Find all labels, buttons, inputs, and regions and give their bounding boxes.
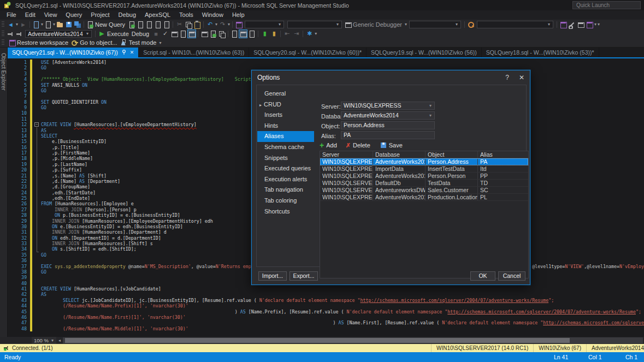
find-combo[interactable]: ▾ xyxy=(477,21,553,28)
line-number[interactable]: 20 xyxy=(8,167,28,173)
column-header[interactable]: Database xyxy=(373,151,426,158)
line-number[interactable]: 21 xyxy=(8,173,28,179)
line-number[interactable]: 39 xyxy=(8,275,28,280)
line-number[interactable]: 33 xyxy=(8,241,28,246)
options-category-tab-navigation[interactable]: Tab navigation xyxy=(257,185,314,195)
ok-button[interactable]: OK xyxy=(470,271,495,281)
go-to-object-icon[interactable] xyxy=(71,39,79,46)
mdx-query-icon[interactable] xyxy=(145,21,153,28)
line-number[interactable]: 23 xyxy=(8,184,28,189)
undo-dropdown-icon[interactable]: ▾ xyxy=(215,22,217,27)
line-number[interactable]: 28 xyxy=(8,212,28,218)
line-number[interactable]: 37 xyxy=(8,264,28,269)
export-button[interactable]: Export... xyxy=(289,271,318,281)
line-number[interactable]: 41 xyxy=(8,286,28,292)
dialog-help-icon[interactable]: ? xyxy=(505,74,509,81)
line-number[interactable]: 19 xyxy=(8,162,28,167)
undo-icon[interactable]: ↶ xyxy=(206,20,214,28)
document-tab[interactable]: SQLQuery18.sql - W...(WIN10\Zivko (53))* xyxy=(482,48,599,57)
line-number[interactable]: 34 xyxy=(8,246,28,252)
code-line[interactable]: USE [AdventureWorks2014] xyxy=(41,60,644,65)
execute-button[interactable]: Execute xyxy=(107,31,129,37)
table-row[interactable]: WIN10\SQLSERVER2017DefaultDbTestDataTD xyxy=(320,180,528,187)
menu-item-debug[interactable]: Debug xyxy=(114,10,140,20)
menu-item-apexsql[interactable]: ApexSQL xyxy=(140,10,175,20)
comment-icon[interactable]: ▮ xyxy=(261,29,269,38)
expand-icon[interactable]: ▸ xyxy=(259,103,262,108)
line-number[interactable]: 12 xyxy=(8,122,28,127)
increase-indent-icon[interactable]: ⇥ xyxy=(292,29,300,38)
line-number[interactable]: 13 xyxy=(8,128,28,133)
column-header[interactable]: Alias xyxy=(478,151,528,158)
line-number[interactable]: 7 xyxy=(8,93,28,99)
back-dropdown-icon[interactable]: ▾ xyxy=(16,22,18,27)
restore-workspace-icon[interactable] xyxy=(8,39,16,46)
line-number[interactable]: 22 xyxy=(8,179,28,184)
alias-field[interactable]: PA xyxy=(341,131,435,139)
horizontal-scrollbar[interactable] xyxy=(63,337,643,343)
menu-item-query[interactable]: Query xyxy=(61,10,86,20)
options-category-shortcuts[interactable]: Shortcuts xyxy=(257,206,314,217)
line-number[interactable]: 10 xyxy=(8,110,28,116)
live-stats-icon[interactable] xyxy=(209,30,217,38)
query-window-icon[interactable] xyxy=(235,21,243,28)
results-grid-icon[interactable] xyxy=(188,30,196,38)
code-line[interactable]: AS xyxy=(41,292,644,297)
quick-launch-input[interactable]: Quick Launch xyxy=(572,1,641,9)
results-pane-icon[interactable] xyxy=(239,30,247,38)
menu-item-view[interactable]: View xyxy=(40,10,62,20)
hscroll-left-icon[interactable]: ◂ xyxy=(58,338,61,343)
line-number[interactable]: 35 xyxy=(8,252,28,258)
menu-item-edit[interactable]: Edit xyxy=(21,10,40,20)
line-number[interactable]: 40 xyxy=(8,281,28,286)
toolbar-combo-3[interactable]: ▾ xyxy=(409,21,461,28)
options-category-inserts[interactable]: Inserts xyxy=(257,110,314,121)
toolbar-overflow-icon[interactable]: ▾ xyxy=(598,22,600,27)
database-combo[interactable]: AdventureWorks2014▾ xyxy=(341,111,435,120)
pin-icon[interactable] xyxy=(122,50,126,56)
line-number[interactable]: 38 xyxy=(8,269,28,275)
new-query-icon[interactable] xyxy=(86,21,94,28)
line-number[interactable]: 44 xyxy=(8,303,28,308)
options-category-crud[interactable]: ▸CRUD xyxy=(257,99,314,110)
line-number[interactable]: 17 xyxy=(8,150,28,156)
toolbar2-overflow-icon[interactable]: ▾ xyxy=(315,31,317,36)
object-field[interactable]: Person.Address xyxy=(341,121,435,129)
new-file-dropdown-icon[interactable]: ▾ xyxy=(41,22,43,27)
table-row[interactable]: WIN10\SQLEXPRESSAdventureWorks2014Produc… xyxy=(320,194,528,201)
toolbar-combo-2[interactable]: ▾ xyxy=(287,21,342,28)
line-number[interactable]: 3 xyxy=(8,71,28,76)
line-number[interactable]: 26 xyxy=(8,201,28,206)
code-line[interactable]: (/Resume/Name/Name.First)[1]', 'nvarchar… xyxy=(41,314,644,320)
line-number[interactable]: 8 xyxy=(8,99,28,105)
options-category-schema-cache[interactable]: Schema cache xyxy=(257,142,314,153)
dmx-query-icon[interactable] xyxy=(154,21,162,28)
options-category-snippets[interactable]: Snippets xyxy=(257,153,314,164)
window-layout-icon[interactable] xyxy=(586,21,593,28)
client-stats-icon[interactable] xyxy=(218,30,226,38)
line-number[interactable]: 24 xyxy=(8,190,28,195)
options-category-general[interactable]: General xyxy=(257,88,314,99)
line-number[interactable]: 43 xyxy=(8,298,28,303)
close-tab-icon[interactable]: ✕ xyxy=(130,50,134,55)
options-category-execution-alerts[interactable]: Execution alerts xyxy=(257,174,314,185)
line-number[interactable]: 32 xyxy=(8,235,28,241)
add-button[interactable]: + Add xyxy=(320,141,337,150)
line-number[interactable]: 6 xyxy=(8,88,28,93)
line-number[interactable]: 11 xyxy=(8,116,28,122)
document-tab[interactable]: Script.sql - WIN10\...(WIN10\Zivko (63)) xyxy=(139,48,249,57)
horizontal-scrollbar-thumb[interactable] xyxy=(65,338,570,343)
results-file-icon[interactable] xyxy=(231,30,238,38)
line-number[interactable]: 42 xyxy=(8,292,28,297)
new-query-button[interactable]: New Query xyxy=(95,21,125,28)
line-number[interactable]: 15 xyxy=(8,139,28,144)
toolbox-icon[interactable] xyxy=(577,21,584,28)
line-number[interactable]: 29 xyxy=(8,218,28,224)
uncomment-icon[interactable]: ▮ xyxy=(270,29,278,38)
line-number[interactable]: 14 xyxy=(8,133,28,139)
toolbar-combo-1[interactable]: ▾ xyxy=(245,21,284,28)
server-combo[interactable]: WIN10\SQLEXPRESS▾ xyxy=(341,102,435,110)
table-row[interactable]: WIN10\SQLEXPRESSAdventureWorks2014Person… xyxy=(320,158,528,165)
navigate-back-icon[interactable]: ◄ xyxy=(7,20,15,28)
line-number[interactable]: 47 xyxy=(8,320,28,325)
